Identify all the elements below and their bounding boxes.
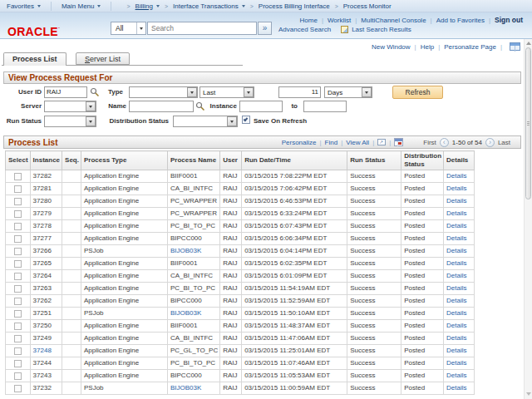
header-link-home[interactable]: Home bbox=[300, 17, 318, 24]
user-cell: RAIJ bbox=[223, 259, 237, 267]
refresh-button[interactable]: Refresh bbox=[392, 86, 443, 99]
details-link[interactable]: Details bbox=[446, 334, 466, 342]
header-link-multichannel-console[interactable]: MultiChannel Console bbox=[361, 17, 426, 24]
run-datetime-cell: 03/15/2015 7:08:22PM EDT bbox=[244, 172, 327, 180]
details-link[interactable]: Details bbox=[446, 272, 466, 279]
grid-link-find[interactable]: Find bbox=[325, 139, 338, 146]
details-link[interactable]: Details bbox=[446, 384, 466, 392]
row-select-checkbox[interactable] bbox=[14, 298, 22, 305]
breadcrumb-item-billing[interactable]: Billing bbox=[135, 2, 160, 10]
pager-next-icon[interactable]: › bbox=[485, 138, 495, 147]
details-link[interactable]: Details bbox=[446, 234, 466, 242]
name-lookup-icon[interactable] bbox=[195, 101, 205, 111]
vertical-scrollbar[interactable] bbox=[524, 39, 532, 399]
distribution-status-select[interactable] bbox=[173, 116, 238, 127]
pagebar-link-new-window[interactable]: New Window bbox=[372, 43, 411, 51]
row-select-checkbox[interactable] bbox=[14, 360, 22, 367]
row-select-checkbox[interactable] bbox=[14, 223, 22, 230]
breadcrumb-item-process-billing-interface[interactable]: Process Billing Interface bbox=[259, 2, 330, 10]
grid-link-personalize[interactable]: Personalize bbox=[282, 139, 317, 146]
last-select[interactable]: Last bbox=[200, 86, 254, 98]
row-select-checkbox[interactable] bbox=[14, 260, 22, 268]
last-search-results-link[interactable]: Last Search Results bbox=[352, 26, 411, 33]
search-scope-caret[interactable] bbox=[136, 22, 145, 34]
days-count-input[interactable]: 11 bbox=[278, 86, 321, 98]
row-select-checkbox[interactable] bbox=[14, 310, 22, 318]
name-input[interactable] bbox=[129, 101, 194, 112]
details-link[interactable]: Details bbox=[446, 197, 466, 204]
distribution-status-cell: Posted bbox=[404, 359, 425, 367]
process-name-cell[interactable]: BIJOB03K bbox=[170, 384, 201, 392]
pager-first[interactable]: First bbox=[423, 139, 436, 146]
row-select-checkbox[interactable] bbox=[14, 273, 22, 280]
instance-cell: 37243 bbox=[33, 372, 52, 379]
breadcrumb-separator: > bbox=[165, 3, 168, 9]
download-grid-icon[interactable] bbox=[394, 138, 403, 146]
pagebar-link-personalize-page[interactable]: Personalize Page bbox=[444, 43, 496, 51]
menu-caret-icon bbox=[242, 5, 245, 7]
tab-process-list[interactable]: Process List bbox=[3, 52, 66, 66]
breadcrumb-item-interface-transactions[interactable]: Interface Transactions bbox=[173, 2, 245, 10]
pagebar-link-help[interactable]: Help bbox=[421, 43, 434, 51]
header-link-worklist[interactable]: Worklist bbox=[328, 17, 351, 24]
instance-cell: 37282 bbox=[33, 172, 52, 180]
user-cell: RAIJ bbox=[223, 197, 237, 204]
scrollbar-up-arrow[interactable] bbox=[526, 42, 531, 45]
details-link[interactable]: Details bbox=[446, 259, 466, 267]
details-link[interactable]: Details bbox=[446, 185, 466, 192]
run-status-cell: Success bbox=[350, 284, 375, 292]
grid-link-view-all[interactable]: View All bbox=[346, 139, 369, 146]
instance-from-input[interactable] bbox=[239, 101, 283, 112]
details-link[interactable]: Details bbox=[446, 297, 466, 304]
scrollbar-down-arrow[interactable] bbox=[526, 392, 531, 396]
row-select-checkbox[interactable] bbox=[14, 372, 22, 380]
details-link[interactable]: Details bbox=[446, 209, 466, 217]
new-window-grid-icon[interactable] bbox=[510, 42, 520, 51]
save-on-refresh-checkbox[interactable] bbox=[242, 116, 250, 124]
pager-last[interactable]: Last bbox=[498, 139, 510, 146]
row-select-checkbox[interactable] bbox=[14, 347, 22, 355]
advanced-search-link[interactable]: Advanced Search bbox=[278, 26, 331, 33]
run-datetime-cell: 03/15/2015 11:00:59AM EDT bbox=[244, 384, 330, 392]
process-name-cell[interactable]: BIJOB03K bbox=[170, 309, 201, 317]
details-link[interactable]: Details bbox=[446, 309, 466, 317]
pager-prev-icon[interactable]: ‹ bbox=[440, 138, 449, 147]
scrollbar-thumb[interactable] bbox=[525, 47, 531, 200]
row-select-checkbox[interactable] bbox=[14, 198, 22, 205]
details-link[interactable]: Details bbox=[446, 284, 466, 292]
days-unit-select[interactable]: Days bbox=[324, 86, 372, 98]
instance-to-input[interactable] bbox=[303, 101, 347, 112]
breadcrumb-item-main-menu[interactable]: Main Menu bbox=[62, 2, 101, 10]
row-select-checkbox[interactable] bbox=[14, 285, 22, 293]
process-type-cell: Application Engine bbox=[84, 209, 139, 217]
search-input[interactable]: Search bbox=[147, 22, 257, 35]
row-select-checkbox[interactable] bbox=[14, 173, 22, 180]
search-go-button[interactable]: » bbox=[258, 22, 272, 35]
instance-cell: 37280 bbox=[33, 197, 52, 204]
details-link[interactable]: Details bbox=[446, 372, 466, 379]
details-link[interactable]: Details bbox=[446, 247, 466, 254]
row-select-checkbox[interactable] bbox=[14, 323, 22, 330]
row-select-checkbox[interactable] bbox=[14, 335, 22, 342]
breadcrumb-item-process-monitor[interactable]: Process Monitor bbox=[343, 2, 392, 10]
process-row-37264: 37264Application EngineCA_BI_INTFCRAIJ03… bbox=[6, 270, 475, 283]
row-select-checkbox[interactable] bbox=[14, 185, 22, 193]
details-link[interactable]: Details bbox=[446, 322, 466, 329]
zoom-grid-icon[interactable] bbox=[377, 139, 386, 145]
sign-out-link[interactable]: Sign out bbox=[495, 16, 523, 24]
row-select-checkbox[interactable] bbox=[14, 235, 22, 243]
row-select-checkbox[interactable] bbox=[14, 385, 22, 392]
details-link[interactable]: Details bbox=[446, 172, 466, 180]
type-select[interactable] bbox=[129, 86, 198, 98]
row-select-checkbox[interactable] bbox=[14, 210, 22, 218]
details-link[interactable]: Details bbox=[446, 359, 466, 367]
header-link-add-to-favorites[interactable]: Add to Favorites bbox=[436, 17, 485, 24]
breadcrumb-item-favorites[interactable]: Favorites bbox=[7, 2, 41, 10]
tab-server-list[interactable]: Server List bbox=[76, 52, 130, 65]
process-name-cell[interactable]: BIJOB03K bbox=[170, 247, 201, 254]
row-select-checkbox[interactable] bbox=[14, 248, 22, 255]
instance-cell[interactable]: 37248 bbox=[33, 347, 52, 354]
details-link[interactable]: Details bbox=[446, 347, 466, 354]
details-link[interactable]: Details bbox=[446, 222, 466, 229]
search-scope-select[interactable]: All bbox=[111, 22, 146, 35]
